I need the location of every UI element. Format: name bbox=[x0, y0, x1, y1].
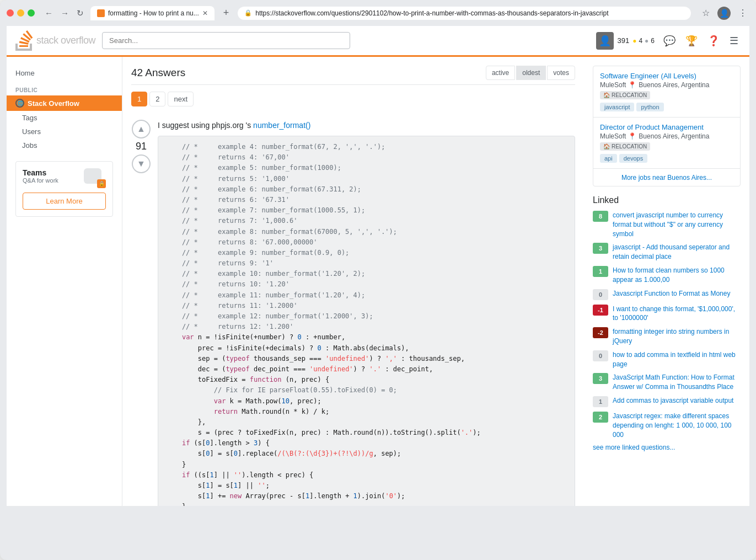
browser-tab[interactable]: formatting - How to print a nu... ✕ bbox=[90, 6, 215, 20]
back-button[interactable]: ← bbox=[42, 7, 55, 19]
browser-dots bbox=[7, 9, 35, 17]
sort-oldest-tab[interactable]: oldest bbox=[516, 66, 546, 80]
company-location-1: Buenos Aires, Argentina bbox=[639, 132, 709, 140]
teams-icon: 🔒 bbox=[84, 168, 106, 188]
tags-label: Tags bbox=[22, 114, 37, 122]
linked-item-4: -1 I want to change this format, '$1,000… bbox=[593, 305, 741, 323]
linked-score-8: 1 bbox=[593, 396, 608, 407]
teams-card-header: Teams Q&A for work 🔒 bbox=[23, 168, 106, 188]
job-tag-api[interactable]: api bbox=[600, 154, 617, 163]
sidebar-item-users[interactable]: Users bbox=[7, 125, 122, 138]
vote-column: ▲ 91 ▼ bbox=[131, 120, 151, 506]
page-2-button[interactable]: 2 bbox=[149, 92, 165, 106]
linked-section: Linked 8 convert javascript number to cu… bbox=[593, 195, 741, 451]
linked-text-6[interactable]: how to add comma in textfield in html we… bbox=[613, 350, 741, 369]
dot-green[interactable] bbox=[28, 9, 35, 17]
linked-item-5: -2 formatting integer into string number… bbox=[593, 327, 741, 346]
job-title-0[interactable]: Software Engineer (All Levels) bbox=[600, 72, 733, 80]
linked-text-8[interactable]: Add commas to javascript variable output bbox=[613, 396, 733, 406]
code-block: // * example 4: number_format(67, 2, ','… bbox=[158, 136, 575, 506]
jobs-label: Jobs bbox=[22, 141, 37, 150]
forward-button[interactable]: → bbox=[58, 7, 71, 19]
sort-tabs: active oldest votes bbox=[486, 66, 575, 80]
tab-favicon bbox=[97, 9, 105, 17]
user-info: 👤 391 4 6 bbox=[596, 32, 655, 50]
more-jobs-link[interactable]: More jobs near Buenos Aires... bbox=[621, 174, 712, 182]
company-location-0: Buenos Aires, Argentina bbox=[639, 81, 709, 89]
job-tag-python[interactable]: python bbox=[636, 103, 663, 111]
see-more-linked[interactable]: see more linked questions... bbox=[593, 444, 741, 451]
learn-more-button[interactable]: Learn More bbox=[23, 193, 106, 210]
dot-red[interactable] bbox=[7, 9, 14, 17]
teams-info: Teams Q&A for work bbox=[23, 168, 58, 184]
tab-close-icon[interactable]: ✕ bbox=[202, 9, 208, 17]
address-bar[interactable]: 🔒 https://stackoverflow.com/questions/29… bbox=[238, 7, 691, 20]
browser-menu-button[interactable]: ⋮ bbox=[736, 6, 749, 20]
linked-text-1[interactable]: javascript - Add thousand seperator and … bbox=[613, 243, 741, 262]
reload-button[interactable]: ↻ bbox=[74, 7, 86, 19]
sort-votes-tab[interactable]: votes bbox=[547, 66, 575, 80]
teams-subtitle: Q&A for work bbox=[23, 177, 58, 184]
sidebar-item-jobs[interactable]: Jobs bbox=[7, 138, 122, 152]
linked-text-9[interactable]: Javascript regex: make different spaces … bbox=[613, 412, 741, 439]
location-pin-icon: 📍 bbox=[628, 81, 636, 89]
so-logo[interactable]: stack overflow bbox=[15, 30, 95, 51]
linked-text-0[interactable]: convert javascript number to currency fo… bbox=[613, 211, 741, 238]
silver-badge-count: 6 bbox=[651, 37, 655, 45]
linked-score-2: 1 bbox=[593, 266, 608, 277]
linked-item-9: 2 Javascript regex: make different space… bbox=[593, 412, 741, 439]
sidebar-item-stackoverflow[interactable]: 🌐 Stack Overflow bbox=[7, 95, 122, 111]
vote-count: 91 bbox=[136, 141, 147, 152]
vote-down-button[interactable]: ▼ bbox=[132, 154, 151, 173]
browser-toolbar: ← → ↻ formatting - How to print a nu... … bbox=[7, 6, 749, 26]
browser-body: stack overflow 👤 391 4 bbox=[7, 26, 749, 506]
user-profile-button[interactable]: 👤 bbox=[717, 7, 731, 20]
hamburger-menu[interactable]: ☰ bbox=[727, 33, 741, 49]
linked-text-7[interactable]: JavaScript Math Function: How to Format … bbox=[613, 373, 741, 392]
right-sidebar: Software Engineer (All Levels) MuleSoft … bbox=[584, 57, 749, 506]
relocation-icon-1: 🏠 bbox=[603, 143, 610, 150]
linked-score-0: 8 bbox=[593, 211, 608, 222]
vote-up-button[interactable]: ▲ bbox=[132, 120, 151, 138]
page-next-button[interactable]: next bbox=[168, 92, 194, 106]
dot-yellow[interactable] bbox=[17, 9, 24, 17]
new-tab-button[interactable]: + bbox=[219, 7, 234, 19]
rep-badges: 4 6 bbox=[632, 37, 655, 45]
sort-active-tab[interactable]: active bbox=[486, 66, 515, 80]
linked-text-4[interactable]: I want to change this format, '$1,000,00… bbox=[613, 305, 741, 323]
users-label: Users bbox=[22, 127, 41, 136]
teams-title: Teams bbox=[23, 168, 58, 177]
gold-badge bbox=[632, 37, 636, 45]
bookmark-button[interactable]: ☆ bbox=[700, 6, 712, 20]
linked-item-0: 8 convert javascript number to currency … bbox=[593, 211, 741, 238]
job-title-1[interactable]: Director of Product Management bbox=[600, 123, 733, 131]
number-format-link[interactable]: number_format() bbox=[253, 121, 310, 130]
user-avatar[interactable]: 👤 bbox=[596, 32, 614, 50]
linked-score-3: 0 bbox=[593, 289, 608, 300]
left-sidebar: Home PUBLIC 🌐 Stack Overflow Tags Users … bbox=[7, 57, 122, 506]
page-content: stack overflow 👤 391 4 bbox=[7, 26, 749, 506]
job-company-0: MuleSoft 📍 Buenos Aires, Argentina bbox=[600, 81, 733, 89]
header-right: 👤 391 4 6 💬 🏆 ❓ ☰ bbox=[596, 32, 741, 50]
help-button[interactable]: ❓ bbox=[705, 33, 722, 49]
search-bar[interactable] bbox=[102, 32, 350, 49]
answers-count: 42 Answers bbox=[131, 67, 185, 79]
page-1-button[interactable]: 1 bbox=[131, 92, 147, 106]
achievements-button[interactable]: 🏆 bbox=[683, 33, 700, 49]
linked-text-5[interactable]: formatting integer into string numbers i… bbox=[613, 327, 741, 346]
linked-text-3[interactable]: Javascript Function to Format as Money bbox=[613, 289, 730, 298]
sidebar-item-tags[interactable]: Tags bbox=[7, 111, 122, 125]
linked-item-1: 3 javascript - Add thousand seperator an… bbox=[593, 243, 741, 262]
search-input[interactable] bbox=[102, 32, 350, 49]
job-item-1: Director of Product Management MuleSoft … bbox=[593, 118, 740, 169]
job-tag-devops[interactable]: devops bbox=[619, 154, 647, 163]
sidebar-section-public: PUBLIC bbox=[7, 81, 122, 95]
job-tag-javascript[interactable]: javascript bbox=[600, 103, 634, 111]
inbox-button[interactable]: 💬 bbox=[661, 33, 678, 49]
linked-text-2[interactable]: How to format clean numbers so 1000 appe… bbox=[613, 266, 741, 285]
browser-action-buttons: ☆ 👤 ⋮ bbox=[700, 6, 749, 20]
location-pin-icon-1: 📍 bbox=[628, 132, 636, 140]
jobs-card: Software Engineer (All Levels) MuleSoft … bbox=[593, 66, 741, 186]
linked-item-7: 3 JavaScript Math Function: How to Forma… bbox=[593, 373, 741, 392]
sidebar-item-home[interactable]: Home bbox=[7, 66, 122, 81]
